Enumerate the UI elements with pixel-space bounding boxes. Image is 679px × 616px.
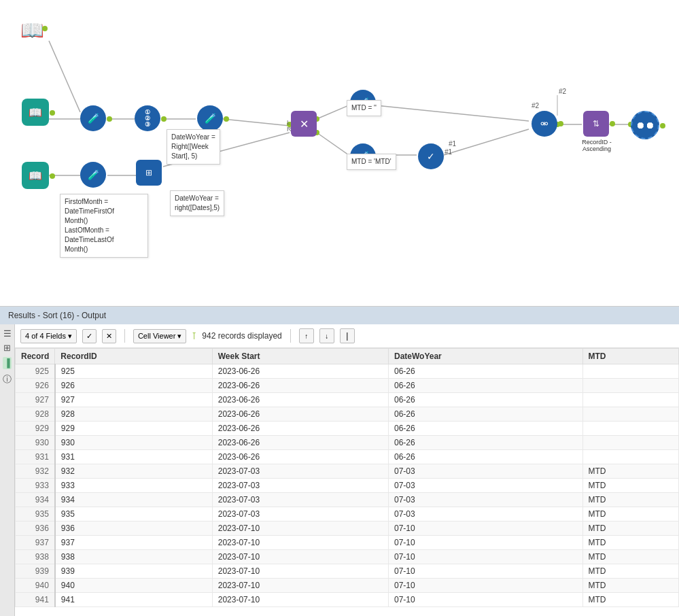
sort-node[interactable]: ⇅ xyxy=(583,111,609,137)
svg-text:#2: #2 xyxy=(559,88,567,95)
table-row: 930 930 2023-06-26 06-26 xyxy=(16,436,679,450)
cell-weekstart: 2023-06-26 xyxy=(212,364,388,379)
svg-line-8 xyxy=(317,105,349,119)
formula-node-2[interactable]: 🧪 xyxy=(197,105,223,131)
cell-datewoyear: 06-26 xyxy=(388,436,582,450)
cell-record: 932 xyxy=(16,464,55,479)
sidebar-table-icon[interactable]: ⊞ xyxy=(3,343,11,353)
separator-1 xyxy=(124,329,125,343)
cell-recordid: 939 xyxy=(55,564,212,579)
logo-dot xyxy=(42,26,48,31)
table-row: 928 928 2023-06-26 06-26 xyxy=(16,407,679,422)
cell-record: 939 xyxy=(16,564,55,579)
cell-recordid: 938 xyxy=(55,550,212,564)
table-row: 936 936 2023-07-10 07-10 MTD xyxy=(16,521,679,536)
cell-recordid: 935 xyxy=(55,507,212,521)
cell-record: 930 xyxy=(16,436,55,450)
cell-recordid: 926 xyxy=(55,379,212,393)
table-row: 941 941 2023-07-10 07-10 MTD xyxy=(16,593,679,607)
cell-datewoyear: 06-26 xyxy=(388,364,582,379)
svg-line-4 xyxy=(223,119,290,126)
cell-mtd: MTD xyxy=(582,493,678,507)
table-node[interactable]: ⊞ xyxy=(136,160,162,186)
cell-recordid: 928 xyxy=(55,407,212,422)
filter-icon: ⊺ xyxy=(192,330,196,341)
union-node[interactable]: ⚮ xyxy=(532,111,557,137)
scroll-down-button[interactable]: ↓ xyxy=(319,328,334,343)
checkmark-button[interactable]: ✓ xyxy=(82,329,97,343)
cell-weekstart: 2023-06-26 xyxy=(212,393,388,407)
cell-mtd: MTD xyxy=(582,464,678,479)
cell-recordid: 930 xyxy=(55,436,212,450)
cell-weekstart: 2023-07-10 xyxy=(212,564,388,579)
conn3 xyxy=(224,116,229,122)
data-table-container[interactable]: Record RecordID Week Start DateWoYear MT… xyxy=(15,348,679,616)
cell-weekstart: 2023-06-26 xyxy=(212,422,388,436)
table-row: 925 925 2023-06-26 06-26 xyxy=(16,364,679,379)
cell-recordid: 932 xyxy=(55,464,212,479)
conn2 xyxy=(161,116,167,122)
input-node-1[interactable]: 📖 xyxy=(22,99,49,126)
col-record: Record xyxy=(16,349,55,364)
connector-dot-1 xyxy=(50,110,55,116)
cell-record: 936 xyxy=(16,521,55,536)
formula-node-3[interactable]: 🧪 xyxy=(80,162,106,188)
output-node[interactable]: ⏺⏺ xyxy=(631,111,659,139)
filter-node[interactable]: ✓ xyxy=(418,143,444,169)
cell-weekstart: 2023-07-03 xyxy=(212,493,388,507)
chevron-down-icon-2: ▾ xyxy=(177,332,181,341)
separator-2 xyxy=(290,329,291,343)
sidebar-list-icon[interactable]: ☰ xyxy=(3,328,12,339)
table-row: 934 934 2023-07-03 07-03 MTD xyxy=(16,493,679,507)
cell-mtd xyxy=(582,379,678,393)
chevron-down-icon: ▾ xyxy=(68,332,72,341)
cell-weekstart: 2023-07-03 xyxy=(212,507,388,521)
cell-recordid: 925 xyxy=(55,364,212,379)
col-datewoyear: DateWoYear xyxy=(388,349,582,364)
cell-datewoyear: 06-26 xyxy=(388,450,582,464)
app-logo: 📖 xyxy=(20,19,44,41)
cell-datewoyear: 07-10 xyxy=(388,550,582,564)
conn-out-sort xyxy=(610,121,615,126)
cell-weekstart: 2023-07-03 xyxy=(212,479,388,493)
table-row: 935 935 2023-07-03 07-03 MTD xyxy=(16,507,679,521)
close-button[interactable]: ✕ xyxy=(102,329,116,343)
cell-weekstart: 2023-07-10 xyxy=(212,521,388,536)
cell-datewoyear: 07-10 xyxy=(388,564,582,579)
cell-datewoyear: 07-03 xyxy=(388,479,582,493)
multi-row-node[interactable]: ①②③ xyxy=(135,105,160,131)
connector-dot-2 xyxy=(50,173,55,179)
fields-label: 4 of 4 Fields xyxy=(25,332,66,340)
cell-mtd xyxy=(582,436,678,450)
table-row: 932 932 2023-07-03 07-03 MTD xyxy=(16,464,679,479)
fields-selector-button[interactable]: 4 of 4 Fields ▾ xyxy=(20,329,77,343)
more-button[interactable]: | xyxy=(340,328,355,343)
data-table: Record RecordID Week Start DateWoYear MT… xyxy=(15,348,679,607)
cell-record: 935 xyxy=(16,507,55,521)
join-node[interactable]: ✕ xyxy=(291,111,317,137)
cell-record: 933 xyxy=(16,479,55,493)
conn-R: R xyxy=(287,126,292,133)
cell-weekstart: 2023-07-10 xyxy=(212,579,388,593)
input-node-2[interactable]: 📖 xyxy=(22,162,49,189)
table-row: 933 933 2023-07-03 07-03 MTD xyxy=(16,479,679,493)
formula-node-1[interactable]: 🧪 xyxy=(80,105,106,131)
cell-recordid: 934 xyxy=(55,493,212,507)
results-toolbar: 4 of 4 Fields ▾ ✓ ✕ Cell Viewer ▾ ⊺ 942 … xyxy=(15,324,679,348)
cell-datewoyear: 07-10 xyxy=(388,579,582,593)
cell-viewer-button[interactable]: Cell Viewer ▾ xyxy=(133,329,186,343)
sidebar-info-icon[interactable]: ⓘ xyxy=(3,373,12,386)
cell-datewoyear: 07-10 xyxy=(388,521,582,536)
scroll-up-button[interactable]: ↑ xyxy=(299,328,314,343)
svg-line-0 xyxy=(49,41,80,112)
cell-record: 929 xyxy=(16,422,55,436)
table-row: 929 929 2023-06-26 06-26 xyxy=(16,422,679,436)
cell-mtd xyxy=(582,422,678,436)
cell-record: 925 xyxy=(16,364,55,379)
cell-weekstart: 2023-06-26 xyxy=(212,450,388,464)
cell-datewoyear: 06-26 xyxy=(388,393,582,407)
cell-mtd xyxy=(582,364,678,379)
sidebar-paint-icon[interactable]: ▐ xyxy=(3,357,12,369)
col-recordid: RecordID xyxy=(55,349,212,364)
col-mtd: MTD xyxy=(582,349,678,364)
